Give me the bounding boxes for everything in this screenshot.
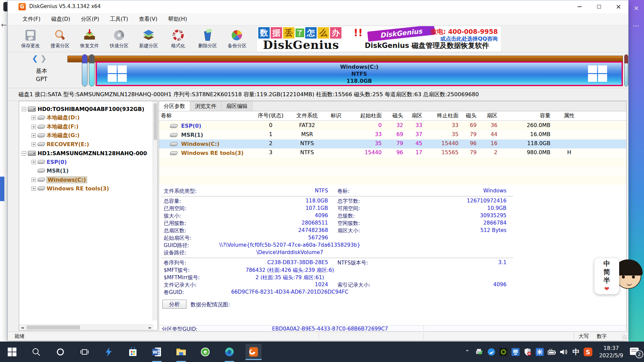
tree-horizontal-scrollbar[interactable]: ◄ ► [19, 324, 153, 330]
delete-partition-button[interactable]: 删除分区 [193, 26, 222, 51]
back-arrow-icon[interactable]: ← [1, 21, 7, 29]
expand-icon[interactable]: + [32, 178, 36, 182]
tree-item-windows-re[interactable]: +Windows RE tools(3) [32, 184, 109, 193]
analyze-button[interactable]: 分析 [162, 300, 186, 309]
pinned-app-lightning-icon[interactable] [101, 344, 117, 360]
tree-item-local-f[interactable]: +本地磁盘(F:) [32, 122, 78, 131]
tree-item-recovery-e[interactable]: +RECOVERY(E:) [32, 140, 89, 148]
menu-view[interactable]: 查看(V) [134, 14, 162, 25]
collapse-icon[interactable]: − [22, 151, 26, 156]
cortana-icon[interactable] [52, 344, 68, 360]
tree-vertical-scrollbar[interactable] [153, 101, 157, 320]
recover-files-button[interactable]: 恢复文件 [75, 26, 104, 51]
tab-browse-files[interactable]: 浏览文件 [190, 101, 221, 111]
esp-partition-strip[interactable] [82, 54, 88, 86]
tree-item-windows-c[interactable]: +Windows(C:) [32, 175, 87, 184]
tray-ime-language-indicator[interactable]: 中 [572, 348, 580, 356]
system-tray: ⌃ 中 S 18:37 2022/5/9 2 [463, 342, 644, 362]
msr-partition-strip[interactable] [89, 54, 95, 86]
tree-item-local-d[interactable]: +本地磁盘(D:) [32, 113, 79, 122]
tree-item-esp[interactable]: +ESP(0) [32, 158, 67, 166]
scroll-left-icon[interactable]: ◄ [21, 325, 23, 330]
tray-snowflake-icon[interactable] [535, 348, 544, 356]
scrollbar-thumb[interactable] [26, 325, 80, 329]
windows-c-partition-bar[interactable]: Windows(C:) NTFS 118.0GB [96, 62, 623, 86]
ime-mode-box[interactable]: 中 简 半 ❤ [594, 258, 619, 294]
partition-icon [170, 151, 178, 155]
ad-banner[interactable]: 数 据 丢 了 怎 么 办 !! DiskGenius DiskGenius 致… [257, 26, 501, 52]
background-close-icon[interactable]: ✕ [632, 4, 641, 13]
menu-help[interactable]: 帮助(H) [163, 14, 192, 25]
table-row-msr[interactable]: MSR(1) 1 MSR 33 69 37 35 79 44 16.0MB [159, 130, 626, 139]
quick-partition-button[interactable]: 快速分区 [104, 26, 134, 51]
tree-item-hd1[interactable]: −HD1:SAMSUNGMZNLN128HAHQ-000 [22, 149, 147, 158]
next-disk-arrow-icon[interactable]: ❯ [40, 54, 46, 63]
format-button[interactable]: 格式化 [163, 26, 193, 51]
ad-phone-number[interactable]: 致电: 400-008-9958 [431, 27, 498, 36]
expand-icon[interactable]: + [32, 116, 36, 120]
table-row-windows-c[interactable]: Windows(C:) 2 NTFS 35 79 45 15440 96 16 … [159, 139, 626, 148]
task-view-icon[interactable] [76, 344, 93, 360]
minimize-button[interactable] [570, 0, 589, 13]
ime-mode-simplified[interactable]: 简 [603, 268, 610, 276]
collapse-icon[interactable]: − [22, 107, 26, 111]
tree-item-hd0[interactable]: −HD0:TOSHIBAMQ04ABF100(932GB) [22, 105, 144, 113]
tray-volume-icon[interactable] [559, 348, 568, 356]
expand-icon[interactable]: + [32, 160, 36, 164]
tree-item-msr[interactable]: MSR(1) [32, 166, 69, 175]
search-partition-button[interactable]: 搜索分区 [45, 26, 75, 51]
table-row-esp[interactable]: ESP(0) 0 FAT32 0 32 33 33 69 36 260.0MB [159, 121, 626, 130]
file-explorer-icon[interactable] [173, 344, 189, 360]
detail-row: $MFT簇号:786432 (柱面:426 磁头:239 扇区:6) [159, 267, 626, 274]
save-changes-button[interactable]: 保存更改 [16, 26, 45, 51]
expand-icon[interactable]: + [32, 125, 36, 129]
tray-battery-icon[interactable] [547, 348, 556, 356]
menu-partition[interactable]: 分区(P) [76, 14, 104, 25]
expand-icon[interactable]: + [32, 186, 36, 191]
scroll-right-icon[interactable]: ► [149, 325, 152, 330]
prev-disk-arrow-icon[interactable]: ❮ [32, 54, 38, 63]
taskbar-diskgenius-icon[interactable] [246, 344, 262, 360]
close-button[interactable] [609, 0, 628, 13]
menu-file[interactable]: 文件(F) [18, 14, 45, 25]
tray-intel-graphics-icon[interactable] [511, 348, 520, 356]
tree-item-local-g[interactable]: +本地磁盘(G:) [32, 131, 79, 140]
tray-sogou-icon[interactable]: S [584, 348, 592, 356]
tray-printer-icon[interactable] [475, 348, 484, 356]
tray-defender-alert-icon[interactable] [523, 348, 532, 356]
taskbar-clock[interactable]: 18:37 2022/5/9 [596, 345, 627, 359]
background-ellipsis-icon[interactable]: … [633, 20, 640, 28]
browser-360-icon[interactable]: e [197, 344, 213, 360]
ad-brand-wordmark: DiskGenius [263, 38, 339, 52]
backup-partition-button[interactable]: 备份分区 [222, 26, 252, 51]
tray-chevron-up-icon[interactable]: ⌃ [463, 348, 472, 356]
resize-grip[interactable] [622, 335, 627, 340]
menu-disk[interactable]: 磁盘(D) [47, 14, 75, 25]
maximize-button[interactable] [589, 0, 609, 13]
menu-tools[interactable]: 工具(T) [105, 14, 133, 25]
edge-icon[interactable] [221, 344, 237, 360]
disk-capacity-band[interactable] [67, 56, 623, 62]
detail-row: 卷GUID:66D9C7F6-8231-4D34-AD67-201D26DC94… [159, 289, 626, 296]
word-icon[interactable]: W [149, 344, 165, 360]
taskbar-search-icon[interactable] [28, 344, 44, 360]
ime-heart-icon[interactable]: ❤ [604, 285, 609, 293]
ime-mode-chinese[interactable]: 中 [603, 259, 610, 268]
ime-mode-halfwidth[interactable]: 半 [603, 276, 610, 285]
action-center-icon[interactable]: 2 [630, 347, 641, 357]
ime-floating-panel[interactable]: 中 简 半 ❤ [594, 258, 644, 296]
expand-icon[interactable]: + [32, 133, 36, 138]
table-row-windows-re[interactable]: Windows RE tools(3) 3 NTFS 15440 96 17 1… [159, 148, 626, 158]
microsoft-store-icon[interactable] [125, 344, 141, 360]
scrollbar-thumb[interactable] [154, 103, 157, 140]
detail-row: 已用空间:107.1GB可用空间:10.9GB [159, 205, 626, 213]
tab-sector-edit[interactable]: 扇区编辑 [221, 101, 253, 111]
tray-bird-app-icon[interactable] [487, 348, 496, 356]
tray-nvidia-icon[interactable] [499, 348, 508, 356]
new-partition-button[interactable]: 新建分区 [134, 26, 163, 51]
start-button[interactable] [4, 344, 20, 360]
expand-icon[interactable]: + [32, 142, 36, 146]
windows-logo-icon [588, 65, 607, 82]
recovery-partition-strip[interactable] [624, 54, 628, 86]
tab-partition-params[interactable]: 分区参数 [159, 101, 190, 111]
